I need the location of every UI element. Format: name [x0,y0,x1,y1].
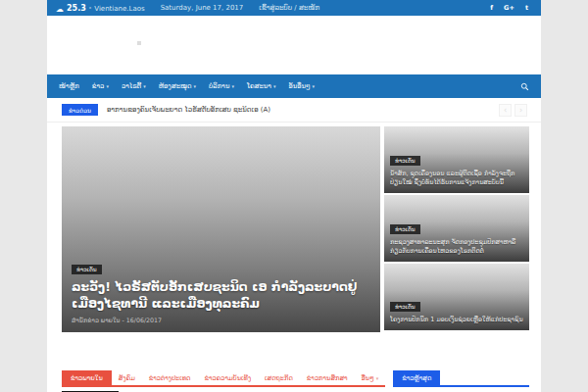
cloud-icon: ☁ [56,5,64,14]
side-article-title[interactable]: ກະຊວງສາທາລະນະສຸກ ຈັດກອງປະຊຸມປຶກສາຫາລື ກ່… [390,238,526,257]
side-article-card[interactable]: ຂ່າວເດັ່ນ ໂຄງການປັກນິກ 1 ມອບເງິນຊ່ວຍເຫຼື… [384,264,529,330]
search-icon[interactable] [520,82,529,91]
tab-education[interactable]: ຂ່າວການສຶກສາ [300,370,355,385]
main-nav: ໜ້າຫຼັກ ຂ່າວ▾ ວາໄຣຕີ້▾ ຫ້ອງສະໝຸດ▾ ບໍລິກາ… [47,74,541,98]
featured-article-caption: ຂ່າວເດັ່ນ ລະວັງ! ໄວຣັສຕັບອັກເສບຊະນິດ ເອ … [72,257,370,323]
tab-society[interactable]: ສັງຄົມ [112,370,142,385]
ticker-badge: ຂ່າວດ່ວນ [62,104,98,116]
social-links: f G+ t [490,5,532,12]
chevron-down-icon: ▾ [273,83,276,89]
nav-item-advertise[interactable]: ໂຄສະນາ▾ [247,82,276,90]
featured-article-meta: ສຳນັກຂ່າວ ພາຍໃນ - 16/06/2017 [72,317,370,323]
page-container: ☁ 25.3 ° Vientiane.Laos Saturday, June 1… [47,0,541,392]
side-article-caption: ຂ່າວເດັ່ນ ກະຊວງສາທາລະນະສຸກ ຈັດກອງປະຊຸມປຶ… [390,217,526,257]
side-article-card[interactable]: ຂ່າວເດັ່ນ ກະຊວງສາທາລະນະສຸກ ຈັດກອງປະຊຸມປຶ… [384,195,529,262]
weather-location: Vientiane.Laos [94,5,144,13]
category-tabs-left: ຂ່າວພາຍໃນ ສັງຄົມ ຂ່າວຕ່າງປະເທດ ຂ່າວຄວາມບ… [62,370,385,387]
category-badge[interactable]: ຂ່າວເດັ່ນ [390,156,420,166]
nav-label: ໜ້າຫຼັກ [59,82,79,90]
site-header [47,16,541,74]
tab-more[interactable]: ອື່ນໆ▾ [355,370,385,385]
chevron-down-icon: ▾ [143,83,146,89]
google-plus-icon[interactable]: G+ [504,5,514,12]
chevron-down-icon: ▾ [231,83,234,89]
degree-symbol: ° [89,6,92,12]
tab-domestic-news[interactable]: ຂ່າວພາຍໃນ [62,370,112,385]
side-article-caption: ຂ່າວເດັ່ນ ນ້ຳສັກ, ຊຸດເຄື່ອງນອນ ແລະຜູ້ຕິດ… [390,148,526,188]
nav-item-news[interactable]: ຂ່າວ▾ [92,82,109,90]
side-article-title[interactable]: ນ້ຳສັກ, ຊຸດເຄື່ອງນອນ ແລະຜູ້ຕິດເຊື້ອ ກຳລັ… [390,170,526,188]
chevron-down-icon: ▾ [194,83,197,89]
ticker-next-button[interactable]: › [514,104,527,117]
ticker-headline[interactable]: ອາການຂອງຄົນເຈັບພະຍາດ ໄວຣັສຕັບອັກເສບ ຊະນິ… [107,106,270,114]
category-badge[interactable]: ຂ່າວເດັ່ນ [390,302,420,312]
nav-label: ອັນອື່ນໆ [288,82,310,90]
nav-item-library[interactable]: ຫ້ອງສະໝຸດ▾ [159,82,196,90]
nav-item-home[interactable]: ໜ້າຫຼັກ [59,82,79,90]
tab-foreign-news[interactable]: ຂ່າວຕ່າງປະເທດ [142,370,198,385]
nav-label: ໂຄສະນາ [247,82,271,90]
twitter-icon[interactable]: t [525,5,528,12]
temperature-value: 25.3 [67,4,86,13]
nav-item-other[interactable]: ອັນອື່ນໆ▾ [288,82,315,90]
tab-latest-news[interactable]: ຂ່າວຫຼ້າສຸດ [393,370,440,385]
current-date: Saturday, June 17, 2017 [161,4,244,12]
broken-logo-image [137,41,141,45]
featured-section: ຂ່າວເດັ່ນ ລະວັງ! ໄວຣັສຕັບອັກເສບຊະນິດ ເອ … [47,122,541,332]
side-article-column: ຂ່າວເດັ່ນ ນ້ຳສັກ, ຊຸດເຄື່ອງນອນ ແລະຜູ້ຕິດ… [384,126,529,332]
top-info-bar: ☁ 25.3 ° Vientiane.Laos Saturday, June 1… [47,0,541,16]
featured-article[interactable]: ຂ່າວເດັ່ນ ລະວັງ! ໄວຣັສຕັບອັກເສບຊະນິດ ເອ … [62,126,380,332]
nav-label: ວາໄຣຕີ້ [122,82,141,90]
chevron-down-icon: ▾ [376,375,379,381]
featured-article-title[interactable]: ລະວັງ! ໄວຣັສຕັບອັກເສບຊະນິດ ເອ ກຳລັງລະບາດ… [72,279,370,312]
nav-label: ຫ້ອງສະໝຸດ [159,82,192,90]
nav-item-variety[interactable]: ວາໄຣຕີ້▾ [122,82,146,90]
nav-item-services[interactable]: ບໍລິການ▾ [209,82,234,90]
login-register-link[interactable]: ເຂົ້າສູ່ລະບົບ / ສະໝັກ [259,4,319,12]
tab-entertainment[interactable]: ຂ່າວຄວາມບັນເທີງ [198,370,259,385]
latest-news-block: ຂ່າວຫຼ້າສຸດ [393,370,529,387]
nav-label: ຂ່າວ [92,82,105,90]
news-ticker: ຂ່າວດ່ວນ ອາການຂອງຄົນເຈັບພະຍາດ ໄວຣັສຕັບອັ… [47,98,541,122]
nav-label: ບໍລິການ [209,82,229,90]
tab-economy[interactable]: ເສດຖະກິດ [258,370,300,385]
side-article-caption: ຂ່າວເດັ່ນ ໂຄງການປັກນິກ 1 ມອບເງິນຊ່ວຍເຫຼື… [390,294,526,325]
weather-widget: ☁ 25.3 ° Vientiane.Laos [56,4,145,13]
chevron-down-icon: ▾ [106,83,109,89]
chevron-down-icon: ▾ [313,83,316,89]
category-badge[interactable]: ຂ່າວເດັ່ນ [390,224,420,234]
category-tabs: ຂ່າວພາຍໃນ ສັງຄົມ ຂ່າວຕ່າງປະເທດ ຂ່າວຄວາມບ… [47,370,541,387]
ticker-controls: ‹ › [499,104,527,117]
category-badge[interactable]: ຂ່າວເດັ່ນ [72,265,102,274]
ticker-prev-button[interactable]: ‹ [499,104,512,117]
side-article-card[interactable]: ຂ່າວເດັ່ນ ນ້ຳສັກ, ຊຸດເຄື່ອງນອນ ແລະຜູ້ຕິດ… [384,126,529,193]
side-article-title[interactable]: ໂຄງການປັກນິກ 1 ມອບເງິນຊ່ວຍເຫຼືອໃຫ້ແກ່ປະຊ… [390,316,526,325]
facebook-icon[interactable]: f [490,5,493,12]
tab-label: ອື່ນໆ [362,374,374,382]
